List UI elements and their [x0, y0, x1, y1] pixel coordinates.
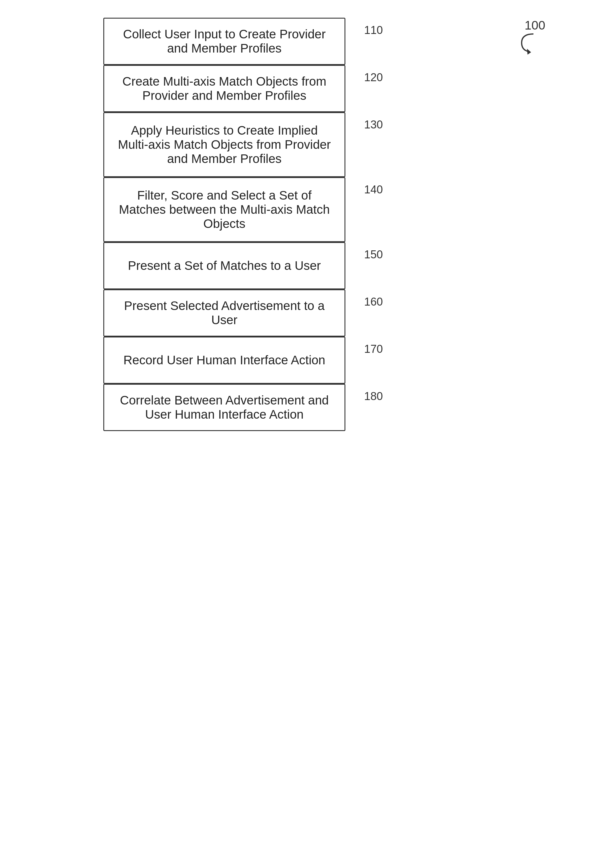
box-180-text: Correlate Between Advertisement and User…	[116, 393, 333, 422]
box-170-label: 170	[364, 343, 383, 356]
box-150-text: Present a Set of Matches to a User	[128, 258, 321, 273]
box-120: Create Multi-axis Match Objects from Pro…	[103, 65, 345, 112]
ref-100-arrow	[516, 31, 539, 56]
box-180: Correlate Between Advertisement and User…	[103, 384, 345, 431]
svg-marker-0	[527, 49, 531, 55]
box-160-label: 160	[364, 295, 383, 308]
box-120-label: 120	[364, 71, 383, 84]
box-140-text: Filter, Score and Select a Set of Matche…	[116, 188, 333, 231]
box-140-label: 140	[364, 183, 383, 196]
box-130-label: 130	[364, 118, 383, 131]
box-120-text: Create Multi-axis Match Objects from Pro…	[116, 74, 333, 103]
box-170: Record User Human Interface Action 170	[103, 337, 345, 384]
box-170-text: Record User Human Interface Action	[124, 353, 325, 367]
flowchart-container: Collect User Input to Create Provider an…	[47, 18, 401, 431]
box-130-text: Apply Heuristics to Create Implied Multi…	[116, 123, 333, 166]
ref-100-label: 100	[525, 18, 545, 32]
box-160-text: Present Selected Advertisement to a User	[116, 299, 333, 327]
box-130: Apply Heuristics to Create Implied Multi…	[103, 112, 345, 177]
box-110: Collect User Input to Create Provider an…	[103, 18, 345, 65]
box-150-label: 150	[364, 248, 383, 261]
box-140: Filter, Score and Select a Set of Matche…	[103, 177, 345, 242]
box-160: Present Selected Advertisement to a User…	[103, 289, 345, 337]
box-110-label: 110	[364, 24, 383, 37]
box-180-label: 180	[364, 390, 383, 403]
box-110-text: Collect User Input to Create Provider an…	[116, 27, 333, 56]
box-150: Present a Set of Matches to a User 150	[103, 242, 345, 289]
